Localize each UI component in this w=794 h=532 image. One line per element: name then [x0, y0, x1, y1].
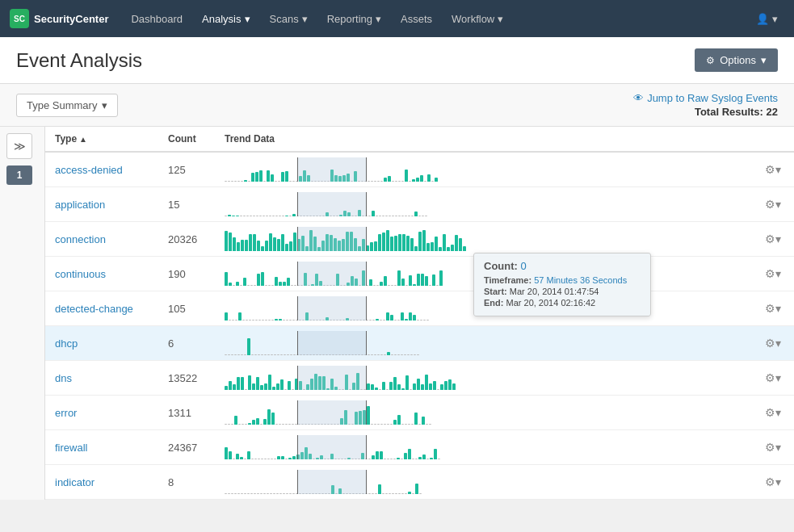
bar	[361, 453, 364, 459]
nav-item-assets[interactable]: Assets	[391, 0, 442, 37]
bar	[372, 211, 375, 216]
bar	[401, 493, 404, 494]
bar	[394, 285, 397, 286]
bar	[401, 216, 404, 216]
col-type[interactable]: Type	[45, 127, 158, 152]
bar	[359, 320, 362, 320]
bar	[247, 285, 250, 286]
bar	[380, 424, 383, 425]
bar	[237, 493, 240, 494]
bar	[232, 320, 234, 320]
type-cell[interactable]: error	[45, 396, 158, 430]
bar	[374, 354, 376, 355]
bar	[228, 181, 230, 182]
bar	[417, 274, 420, 286]
bar	[420, 320, 422, 320]
row-action-button[interactable]: ⚙▾	[762, 196, 784, 212]
bar	[267, 170, 270, 182]
bar	[279, 424, 281, 425]
nav-item-scans[interactable]: Scans ▾	[260, 0, 317, 37]
row-action-button[interactable]: ⚙▾	[762, 439, 784, 455]
type-cell[interactable]: access-denied	[45, 152, 158, 187]
bar	[319, 281, 322, 286]
row-action-button[interactable]: ⚙▾	[762, 300, 784, 316]
bar	[404, 453, 407, 459]
bar	[332, 354, 334, 355]
bar	[390, 424, 393, 425]
main-content: ≫ 1 Type Count Trend Data access-denied1…	[0, 127, 794, 500]
row-action-button[interactable]: ⚙▾	[762, 161, 784, 178]
nav-item-analysis[interactable]: Analysis ▾	[192, 0, 259, 37]
bar	[244, 180, 247, 182]
bar	[350, 232, 353, 251]
bar	[374, 181, 376, 182]
bar	[261, 459, 263, 459]
bar	[255, 320, 258, 320]
row-action-button[interactable]: ⚙▾	[762, 474, 784, 490]
bar	[234, 354, 237, 355]
bar	[415, 484, 418, 494]
bar	[225, 354, 227, 355]
collapse-button[interactable]: ≫	[6, 133, 32, 159]
bar	[293, 232, 296, 251]
bar	[296, 354, 299, 355]
row-action-button[interactable]: ⚙▾	[762, 370, 784, 386]
bar	[448, 379, 452, 390]
trend-chart	[225, 331, 742, 355]
type-cell[interactable]: connection	[45, 222, 158, 257]
bar	[358, 459, 360, 459]
bar	[390, 459, 393, 459]
bar	[305, 447, 308, 459]
bar	[378, 234, 381, 251]
type-cell[interactable]: continuous	[45, 257, 158, 291]
bar	[256, 377, 259, 390]
type-cell[interactable]: dhcp	[45, 326, 158, 361]
row-action-button[interactable]: ⚙▾	[762, 335, 784, 351]
bar	[378, 484, 381, 494]
type-cell[interactable]: indicator	[45, 465, 158, 500]
bar	[275, 216, 278, 216]
bar	[407, 354, 410, 355]
type-cell[interactable]: application	[45, 187, 158, 222]
nav-item-dashboard[interactable]: Dashboard	[121, 0, 192, 37]
bar	[265, 241, 268, 251]
trend-chart	[225, 227, 742, 251]
bar	[241, 181, 243, 182]
bar	[368, 493, 371, 494]
bar	[408, 492, 411, 494]
type-summary-button[interactable]: Type Summary ▾	[16, 94, 118, 117]
options-button[interactable]: ⚙ Options ▾	[695, 48, 778, 72]
bar	[367, 383, 370, 390]
bar	[326, 317, 329, 320]
col-count[interactable]: Count	[158, 127, 215, 152]
row-action-button[interactable]: ⚙▾	[762, 231, 784, 247]
row-action-button[interactable]: ⚙▾	[762, 404, 784, 421]
bar	[324, 424, 326, 425]
type-cell[interactable]: detected-change	[45, 291, 158, 326]
bar	[429, 424, 431, 425]
nav-item-workflow[interactable]: Workflow ▾	[442, 0, 513, 37]
jump-to-raw-syslog-link[interactable]: 👁 Jump to Raw Syslog Events	[633, 92, 778, 104]
bar	[437, 389, 439, 390]
bar	[285, 171, 288, 182]
user-menu[interactable]: 👤 ▾	[750, 13, 784, 25]
bar	[248, 181, 250, 182]
bar	[299, 320, 301, 320]
bar	[301, 236, 305, 251]
bar	[261, 272, 264, 286]
bar	[252, 383, 255, 390]
bar	[358, 181, 360, 182]
bar	[306, 384, 309, 390]
row-action-button[interactable]: ⚙▾	[762, 266, 784, 282]
bar	[433, 381, 436, 390]
bar	[316, 458, 319, 459]
type-cell[interactable]: dns	[45, 361, 158, 396]
bar	[231, 354, 233, 355]
type-cell[interactable]: firewall	[45, 430, 158, 465]
bar	[237, 377, 240, 390]
bar	[409, 312, 412, 320]
bar	[379, 216, 381, 216]
nav-item-reporting[interactable]: Reporting ▾	[317, 0, 391, 37]
page-header: Event Analysis ⚙ Options ▾	[0, 37, 794, 84]
table-row: continuous190 Count: 0 Timeframe: 57 Min…	[45, 257, 794, 291]
